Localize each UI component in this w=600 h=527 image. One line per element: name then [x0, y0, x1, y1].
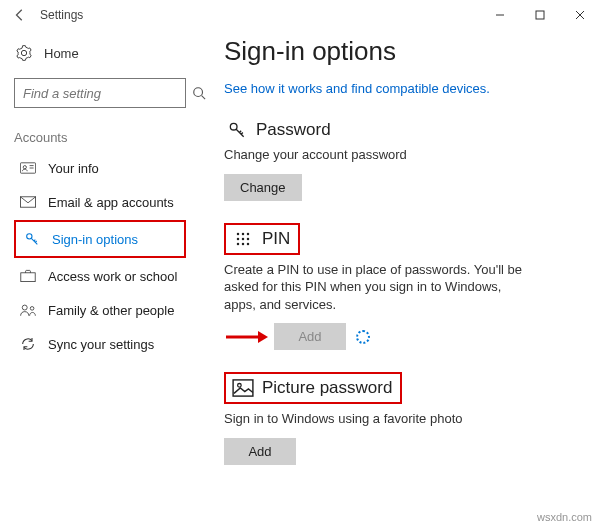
titlebar: Settings [0, 0, 600, 30]
window-title: Settings [40, 8, 83, 22]
svg-point-9 [27, 234, 32, 239]
maximize-icon [535, 10, 545, 20]
id-card-icon [18, 162, 38, 174]
svg-point-22 [247, 242, 250, 245]
home-label: Home [44, 46, 79, 61]
svg-point-19 [247, 237, 250, 240]
svg-point-15 [242, 232, 245, 235]
svg-point-26 [238, 384, 242, 388]
section-picture-password: Picture password Sign in to Windows usin… [224, 372, 576, 465]
add-pin-button[interactable]: Add [274, 323, 346, 350]
sidebar-item-work-school[interactable]: Access work or school [14, 259, 186, 293]
svg-point-18 [242, 237, 245, 240]
svg-rect-10 [21, 273, 35, 282]
svg-rect-1 [536, 11, 544, 19]
close-button[interactable] [560, 0, 600, 30]
heading-text: Password [256, 120, 331, 140]
svg-point-11 [22, 305, 27, 310]
sidebar-item-label: Your info [48, 161, 99, 176]
change-password-button[interactable]: Change [224, 174, 302, 201]
sidebar-item-sync[interactable]: Sync your settings [14, 327, 186, 361]
main-panel: Sign-in options See how it works and fin… [200, 30, 600, 527]
keypad-icon [230, 229, 256, 249]
sidebar-item-signin-options[interactable]: Sign-in options [18, 222, 182, 256]
arrow-left-icon [13, 8, 27, 22]
svg-marker-24 [258, 331, 268, 343]
heading-text: Picture password [262, 378, 392, 398]
sidebar-item-your-info[interactable]: Your info [14, 151, 186, 185]
search-box[interactable] [14, 78, 186, 108]
picture-icon [230, 379, 256, 397]
section-desc-picture: Sign in to Windows using a favorite phot… [224, 410, 524, 428]
sidebar-item-email[interactable]: Email & app accounts [14, 185, 186, 219]
sidebar-item-label: Email & app accounts [48, 195, 174, 210]
sidebar-item-label: Sign-in options [52, 232, 138, 247]
page-title: Sign-in options [224, 36, 576, 67]
sidebar-item-label: Sync your settings [48, 337, 154, 352]
arrow-annotation-icon [224, 327, 268, 347]
svg-point-17 [237, 237, 240, 240]
sync-icon [18, 336, 38, 352]
highlight-box-signin: Sign-in options [14, 220, 186, 258]
mail-icon [18, 196, 38, 208]
svg-point-13 [230, 123, 237, 130]
sidebar-item-family[interactable]: Family & other people [14, 293, 186, 327]
svg-point-12 [30, 307, 34, 311]
key-icon [224, 120, 250, 140]
heading-text: PIN [262, 229, 290, 249]
sidebar: Home Accounts Your info Email & app acco… [0, 30, 200, 527]
add-picture-password-button[interactable]: Add [224, 438, 296, 465]
minimize-icon [495, 10, 505, 20]
svg-point-20 [237, 242, 240, 245]
section-desc-password: Change your account password [224, 146, 524, 164]
svg-point-16 [247, 232, 250, 235]
people-icon [18, 303, 38, 317]
key-icon [22, 231, 42, 247]
section-pin: PIN Create a PIN to use in place of pass… [224, 223, 576, 351]
section-password: Password Change your account password Ch… [224, 120, 576, 201]
svg-rect-25 [233, 380, 253, 396]
gear-icon [14, 45, 34, 61]
section-desc-pin: Create a PIN to use in place of password… [224, 261, 524, 314]
section-heading-pin: PIN [224, 223, 300, 255]
svg-point-5 [23, 166, 26, 169]
back-button[interactable] [6, 0, 34, 30]
sidebar-item-label: Family & other people [48, 303, 174, 318]
compat-link[interactable]: See how it works and find compatible dev… [224, 81, 576, 96]
briefcase-icon [18, 269, 38, 283]
loading-spinner-icon [356, 330, 370, 344]
watermark: wsxdn.com [537, 511, 592, 523]
maximize-button[interactable] [520, 0, 560, 30]
section-heading-password: Password [224, 120, 576, 140]
sidebar-group-label: Accounts [14, 130, 186, 145]
section-heading-picture: Picture password [224, 372, 402, 404]
home-link[interactable]: Home [14, 36, 186, 70]
close-icon [575, 10, 585, 20]
search-input[interactable] [23, 86, 192, 101]
svg-point-14 [237, 232, 240, 235]
svg-point-21 [242, 242, 245, 245]
sidebar-item-label: Access work or school [48, 269, 177, 284]
minimize-button[interactable] [480, 0, 520, 30]
